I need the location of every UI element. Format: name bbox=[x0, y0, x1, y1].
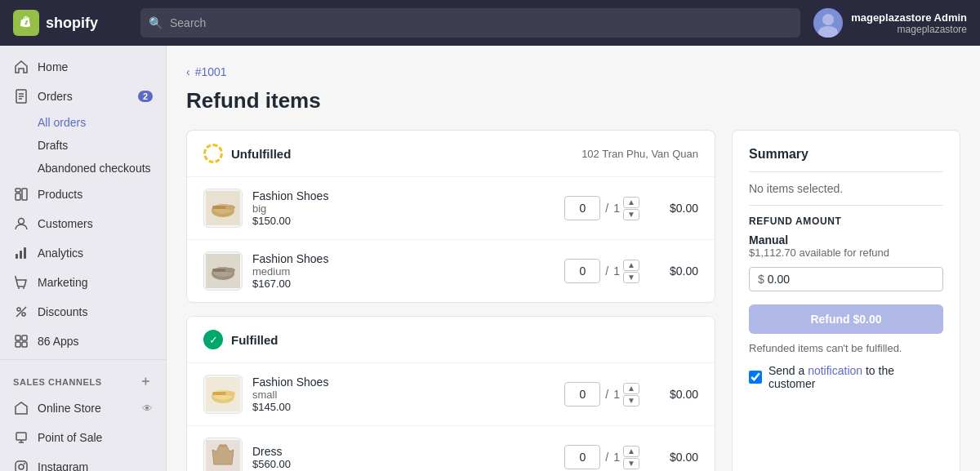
svg-rect-20 bbox=[22, 335, 27, 340]
marketing-icon bbox=[13, 274, 29, 291]
qty-control-4: / 1 ▲ ▼ bbox=[564, 445, 639, 469]
sidebar-item-discounts[interactable]: Discounts bbox=[0, 297, 166, 327]
sidebar-item-home[interactable]: Home bbox=[0, 52, 166, 82]
send-notification-text: Send a notification to the customer bbox=[768, 364, 943, 390]
svg-point-10 bbox=[19, 219, 24, 224]
sidebar-item-marketing[interactable]: Marketing bbox=[0, 268, 166, 297]
refund-input-wrap: $ bbox=[749, 267, 943, 291]
svg-rect-11 bbox=[16, 254, 18, 259]
qty-arrows-4: ▲ ▼ bbox=[623, 446, 639, 469]
sidebar-item-drafts[interactable]: Drafts bbox=[0, 134, 166, 157]
fulfilled-item-1: Fashion Shoes small $145.00 / 1 ▲ ▼ bbox=[187, 363, 715, 426]
qty-down-4[interactable]: ▼ bbox=[623, 458, 639, 469]
qty-max-4: 1 bbox=[613, 451, 620, 464]
svg-point-16 bbox=[17, 308, 20, 311]
home-icon bbox=[13, 59, 29, 75]
discounts-icon bbox=[13, 304, 29, 320]
item-thumb-1 bbox=[203, 189, 243, 228]
summary-title: Summary bbox=[749, 147, 943, 162]
fulfilled-card: ✓ Fulfilled bbox=[186, 316, 715, 471]
sidebar-label-orders: Orders bbox=[38, 90, 73, 103]
sidebar-item-online-store[interactable]: Online Store 👁 bbox=[0, 393, 166, 423]
unfulfilled-title: Unfulfilled bbox=[231, 147, 291, 161]
qty-input-3[interactable] bbox=[564, 382, 600, 407]
unfulfilled-header: Unfulfilled 102 Tran Phu, Van Quan bbox=[187, 131, 715, 177]
user-store: mageplazastore bbox=[851, 24, 967, 35]
sidebar-item-analytics[interactable]: Analytics bbox=[0, 238, 166, 268]
svg-rect-22 bbox=[22, 342, 27, 347]
pos-icon bbox=[13, 429, 29, 446]
search-bar[interactable]: 🔍 bbox=[140, 8, 800, 38]
sidebar-item-all-orders[interactable]: All orders bbox=[0, 111, 166, 134]
sidebar-label-abandoned: Abandoned checkouts bbox=[38, 162, 151, 175]
svg-point-47 bbox=[225, 391, 235, 396]
breadcrumb-text: #1001 bbox=[195, 65, 227, 78]
user-menu[interactable]: mageplazastore Admin mageplazastore bbox=[813, 8, 967, 38]
fulfilled-title: Fulfilled bbox=[231, 333, 278, 347]
search-input[interactable] bbox=[140, 8, 800, 38]
qty-control-2: / 1 ▲ ▼ bbox=[564, 259, 639, 283]
sidebar-item-customers[interactable]: Customers bbox=[0, 209, 166, 238]
sales-channels-header: SALES CHANNELS ＋ bbox=[0, 363, 166, 393]
sidebar-item-orders[interactable]: Orders 2 bbox=[0, 82, 166, 111]
sidebar-label-drafts: Drafts bbox=[38, 139, 68, 152]
svg-point-15 bbox=[23, 287, 24, 289]
qty-input-4[interactable] bbox=[564, 445, 600, 469]
qty-down-2[interactable]: ▼ bbox=[623, 272, 639, 283]
notification-link[interactable]: notification bbox=[808, 364, 862, 377]
qty-max-3: 1 bbox=[613, 388, 620, 401]
item-price-2: $167.00 bbox=[252, 278, 555, 290]
user-name: mageplazastore Admin bbox=[851, 11, 967, 24]
sidebar-item-pos[interactable]: Point of Sale bbox=[0, 423, 166, 452]
add-channel-icon[interactable]: ＋ bbox=[139, 373, 153, 390]
orders-badge: 2 bbox=[138, 91, 153, 102]
qty-up-3[interactable]: ▲ bbox=[623, 383, 639, 394]
analytics-icon bbox=[13, 245, 29, 261]
svg-point-37 bbox=[225, 205, 235, 210]
fulfilled-status-icon: ✓ bbox=[203, 330, 223, 349]
svg-point-17 bbox=[22, 313, 25, 316]
breadcrumb[interactable]: ‹ #1001 bbox=[186, 65, 960, 78]
brand-name: shopify bbox=[46, 15, 98, 32]
qty-input-1[interactable] bbox=[564, 196, 600, 220]
item-info-1: Fashion Shoes big $150.00 bbox=[252, 189, 555, 227]
refund-amount-input[interactable] bbox=[768, 273, 934, 286]
qty-down-3[interactable]: ▼ bbox=[623, 395, 639, 407]
item-variant-3: small bbox=[252, 389, 555, 401]
sidebar-label-apps: 86 Apps bbox=[38, 335, 79, 348]
qty-control-3: / 1 ▲ ▼ bbox=[564, 382, 639, 407]
svg-point-14 bbox=[18, 287, 20, 289]
svg-point-27 bbox=[19, 464, 24, 469]
eye-icon[interactable]: 👁 bbox=[142, 402, 153, 415]
qty-up-2[interactable]: ▲ bbox=[623, 260, 639, 271]
qty-input-2[interactable] bbox=[564, 259, 600, 283]
sidebar-item-products[interactable]: Products bbox=[0, 180, 166, 209]
sidebar-item-instagram[interactable]: Instagram bbox=[0, 452, 166, 471]
summary-divider-1 bbox=[749, 171, 943, 172]
customers-icon bbox=[13, 216, 29, 232]
qty-up-4[interactable]: ▲ bbox=[623, 446, 639, 457]
sidebar-label-pos: Point of Sale bbox=[38, 431, 102, 444]
sidebar-item-apps[interactable]: 86 Apps bbox=[0, 327, 166, 356]
refund-button[interactable]: Refund $0.00 bbox=[749, 304, 943, 334]
item-name-1: Fashion Shoes bbox=[252, 189, 555, 202]
qty-divider-3: / bbox=[604, 388, 610, 401]
sidebar-item-abandoned[interactable]: Abandoned checkouts bbox=[0, 157, 166, 180]
qty-control-1: / 1 ▲ ▼ bbox=[564, 196, 639, 220]
svg-rect-9 bbox=[16, 189, 20, 192]
sidebar-label-analytics: Analytics bbox=[38, 247, 83, 260]
item-info-3: Fashion Shoes small $145.00 bbox=[252, 375, 555, 413]
item-total-4: $0.00 bbox=[649, 451, 698, 464]
apps-icon bbox=[13, 333, 29, 349]
no-items-text: No items selected. bbox=[749, 182, 943, 195]
qty-up-1[interactable]: ▲ bbox=[623, 197, 639, 208]
qty-down-1[interactable]: ▼ bbox=[623, 209, 639, 220]
unfulfilled-header-left: Unfulfilled bbox=[203, 144, 291, 163]
products-icon bbox=[13, 186, 29, 202]
send-notification-checkbox[interactable] bbox=[749, 371, 762, 384]
brand-logo[interactable]: shopify bbox=[13, 10, 127, 36]
items-column: Unfulfilled 102 Tran Phu, Van Quan bbox=[186, 130, 715, 471]
unfulfilled-status-icon bbox=[203, 144, 223, 163]
search-icon: 🔍 bbox=[149, 16, 163, 29]
fulfilled-header-left: ✓ Fulfilled bbox=[203, 330, 278, 349]
